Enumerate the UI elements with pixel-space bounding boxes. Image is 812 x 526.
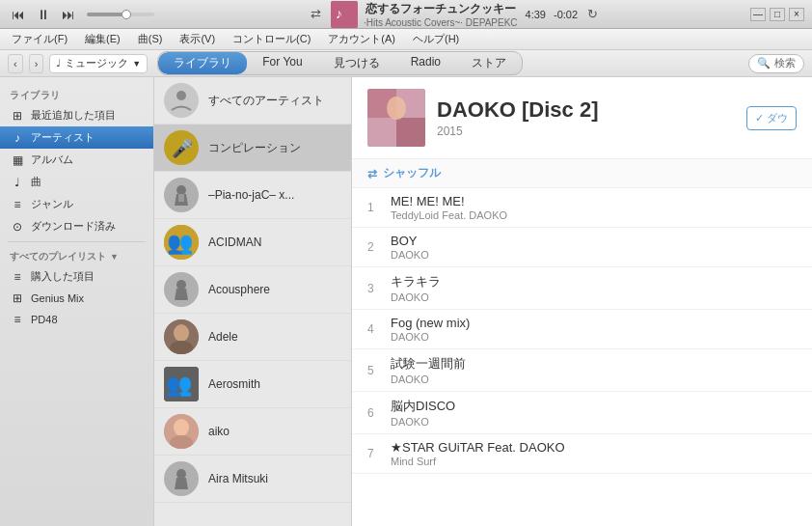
album-title: DAOKO [Disc 2] xyxy=(437,97,735,123)
play-pause-button[interactable]: ⏸ xyxy=(33,5,54,24)
artist-avatar-aiko xyxy=(164,414,199,449)
tab-library[interactable]: ライブラリ xyxy=(158,52,247,74)
menu-view[interactable]: 表示(V) xyxy=(172,30,223,48)
restore-button[interactable]: □ xyxy=(770,8,785,21)
tab-radio[interactable]: Radio xyxy=(395,52,456,74)
artist-item-compilations[interactable]: 🎤 コンピレーション xyxy=(154,125,351,172)
artist-avatar-all xyxy=(164,83,199,118)
artist-item-adele[interactable]: Adele xyxy=(154,314,351,361)
sidebar-item-albums[interactable]: ▦ アルバム xyxy=(0,149,153,171)
sidebar-label-genres: ジャンル xyxy=(31,197,73,211)
track-name: Fog (new mix) xyxy=(391,316,797,330)
sidebar-item-genres[interactable]: ≡ ジャンル xyxy=(0,193,153,215)
track-number: 2 xyxy=(367,240,391,254)
track-list: 1 ME! ME! ME! TeddyLoid Feat. DAOKO 2 BO… xyxy=(352,188,812,526)
prev-button[interactable]: ⏮ xyxy=(8,5,29,24)
track-item[interactable]: 6 脳内DISCO DAOKO xyxy=(352,392,812,434)
artist-item-aiko[interactable]: aiko xyxy=(154,408,351,456)
track-name: 試験一週間前 xyxy=(391,355,797,373)
window-controls: — □ × xyxy=(750,8,804,21)
track-item[interactable]: 4 Fog (new mix) DAOKO xyxy=(352,310,812,349)
sidebar-label-genius: Genius Mix xyxy=(31,292,84,304)
menu-song[interactable]: 曲(S) xyxy=(130,30,171,48)
menu-controls[interactable]: コントロール(C) xyxy=(225,30,318,48)
track-item[interactable]: 1 ME! ME! ME! TeddyLoid Feat. DAOKO xyxy=(352,188,812,228)
now-playing-artist: ·Hits Acoustic Covers~· DEPAPEKC xyxy=(364,17,518,28)
playlists-section-label: すべてのプレイリスト ▼ xyxy=(0,246,153,265)
track-artist: DAOKO xyxy=(391,249,797,261)
svg-point-11 xyxy=(174,324,189,342)
shuffle-button[interactable]: ⇄ シャッフル xyxy=(367,165,441,181)
search-box[interactable]: 🔍 検索 xyxy=(748,54,804,73)
track-number: 5 xyxy=(367,364,391,377)
volume-thumb xyxy=(122,10,131,19)
artist-avatar-acidman: 👥 xyxy=(164,225,199,260)
sidebar-item-genius[interactable]: ⊞ Genius Mix xyxy=(0,288,153,309)
track-item[interactable]: 3 キラキラ DAOKO xyxy=(352,267,812,310)
artist-item-aira[interactable]: Aira Mitsuki xyxy=(154,456,351,503)
now-playing-art: ♪ xyxy=(331,1,358,28)
sidebar-item-pd48[interactable]: ≡ PD48 xyxy=(0,309,153,330)
sidebar-item-artists[interactable]: ♪ アーティスト xyxy=(0,126,153,149)
track-item[interactable]: 7 ★STAR GUiTAR Feat. DAOKO Mind Surf xyxy=(352,434,812,474)
tab-store[interactable]: ストア xyxy=(456,52,522,74)
nav-tabs: ライブラリ For You 見つける Radio ストア xyxy=(157,51,523,75)
track-info: 試験一週間前 DAOKO xyxy=(391,355,797,385)
artist-item-pianojac[interactable]: –Pia-no-jaC– x... xyxy=(154,172,351,219)
artist-name-all: すべてのアーティスト xyxy=(208,93,324,109)
artist-icon: ♪ xyxy=(10,131,25,145)
artist-name-compilations: コンピレーション xyxy=(208,140,301,156)
track-item[interactable]: 5 試験一週間前 DAOKO xyxy=(352,349,812,392)
track-info: ME! ME! ME! TeddyLoid Feat. DAOKO xyxy=(391,194,797,221)
svg-point-16 xyxy=(174,419,189,436)
artist-avatar-pianojac xyxy=(164,178,199,212)
tab-for-you[interactable]: For You xyxy=(247,52,317,74)
album-art xyxy=(367,89,425,147)
sidebar-item-songs[interactable]: ♩ 曲 xyxy=(0,171,153,193)
track-info: BOY DAOKO xyxy=(391,234,797,261)
sidebar-item-downloads[interactable]: ⊙ ダウンロード済み xyxy=(0,215,153,237)
close-button[interactable]: × xyxy=(789,8,804,21)
menu-help[interactable]: ヘルプ(H) xyxy=(405,30,467,48)
pd48-icon: ≡ xyxy=(10,313,25,326)
artist-item-aerosmith[interactable]: 👥 Aerosmith xyxy=(154,361,351,408)
back-button[interactable]: ‹ xyxy=(8,54,23,73)
sidebar: ライブラリ ⊞ 最近追加した項目 ♪ アーティスト ▦ アルバム ♩ 曲 ≡ ジ… xyxy=(0,77,154,526)
track-title-highlighted: ★STAR GUiTAR Feat. DAOKO xyxy=(391,440,565,455)
genius-icon: ⊞ xyxy=(10,291,25,305)
svg-point-22 xyxy=(387,97,406,120)
dropdown-icon: ▼ xyxy=(132,59,141,69)
menu-edit[interactable]: 編集(E) xyxy=(77,30,128,48)
time-remaining: -0:02 xyxy=(554,9,578,20)
svg-text:🎤: 🎤 xyxy=(172,138,194,159)
library-label: ミュージック xyxy=(65,56,128,70)
next-button[interactable]: ⏭ xyxy=(58,5,79,24)
track-artist: TeddyLoid Feat. DAOKO xyxy=(391,209,797,221)
sidebar-label-recent: 最近追加した項目 xyxy=(31,108,116,123)
artist-item-acousphere[interactable]: Acousphere xyxy=(154,266,351,314)
svg-point-9 xyxy=(176,280,186,290)
download-button[interactable]: ✓ ダウ xyxy=(746,106,797,130)
chevron-down-icon: ▼ xyxy=(110,252,119,262)
svg-rect-6 xyxy=(178,194,184,202)
purchased-icon: ≡ xyxy=(10,270,25,284)
forward-button[interactable]: › xyxy=(29,54,44,73)
library-selector[interactable]: ♩ ミュージック ▼ xyxy=(49,54,148,73)
album-icon: ▦ xyxy=(10,153,25,167)
sidebar-label-downloads: ダウンロード済み xyxy=(31,219,116,234)
track-number: 4 xyxy=(367,322,391,336)
sidebar-item-recent[interactable]: ⊞ 最近追加した項目 xyxy=(0,104,153,126)
menu-account[interactable]: アカウント(A) xyxy=(320,30,403,48)
volume-slider[interactable] xyxy=(87,13,154,16)
track-item[interactable]: 2 BOY DAOKO xyxy=(352,228,812,267)
artist-item-acidman[interactable]: 👥 ACIDMAN xyxy=(154,219,351,266)
menu-file[interactable]: ファイル(F) xyxy=(4,30,75,48)
sidebar-item-purchased[interactable]: ≡ 購入した項目 xyxy=(0,265,153,288)
track-artist: DAOKO xyxy=(391,416,797,428)
sidebar-label-songs: 曲 xyxy=(31,175,41,189)
album-year: 2015 xyxy=(437,125,735,138)
artist-item-all[interactable]: すべてのアーティスト xyxy=(154,77,351,125)
minimize-button[interactable]: — xyxy=(750,8,766,21)
svg-text:👥: 👥 xyxy=(167,230,194,256)
tab-discover[interactable]: 見つける xyxy=(318,52,395,74)
